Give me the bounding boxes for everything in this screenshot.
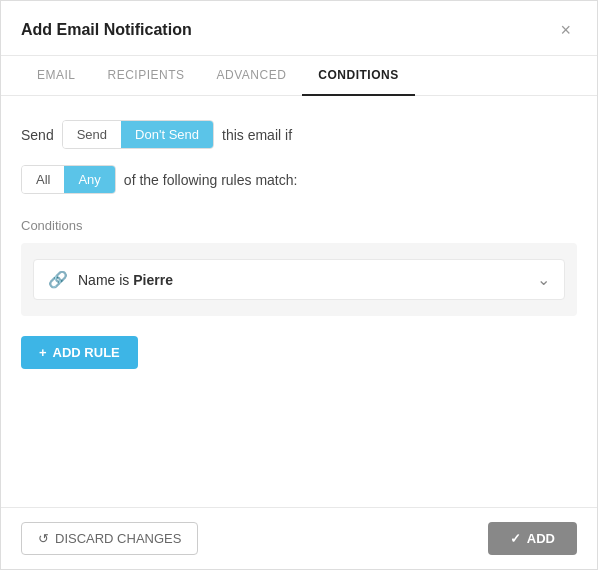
send-button[interactable]: Send (63, 121, 121, 148)
condition-link-icon: 🔗 (48, 270, 68, 289)
add-rule-button[interactable]: + ADD RULE (21, 336, 138, 369)
send-toggle-row: Send Send Don't Send this email if (21, 120, 577, 149)
tab-recipients[interactable]: RECIPIENTS (92, 56, 201, 96)
condition-left: 🔗 Name is Pierre (48, 270, 173, 289)
condition-field: Name (78, 272, 115, 288)
send-toggle-group: Send Don't Send (62, 120, 214, 149)
add-label: ADD (527, 531, 555, 546)
condition-value: Pierre (133, 272, 173, 288)
tab-email[interactable]: EMAIL (21, 56, 92, 96)
match-toggle-row: All Any of the following rules match: (21, 165, 577, 194)
modal-title: Add Email Notification (21, 21, 192, 39)
match-label: of the following rules match: (124, 172, 298, 188)
add-button[interactable]: ✓ ADD (488, 522, 577, 555)
all-any-toggle-group: All Any (21, 165, 116, 194)
conditions-area: 🔗 Name is Pierre ⌄ (21, 243, 577, 316)
all-button[interactable]: All (22, 166, 64, 193)
send-label: Send (21, 127, 54, 143)
add-rule-plus-icon: + (39, 345, 47, 360)
discard-changes-button[interactable]: ↺ DISCARD CHANGES (21, 522, 198, 555)
discard-icon: ↺ (38, 531, 49, 546)
dont-send-button[interactable]: Don't Send (121, 121, 213, 148)
modal-body: Send Send Don't Send this email if All A… (1, 96, 597, 507)
condition-text: Name is Pierre (78, 272, 173, 288)
any-button[interactable]: Any (64, 166, 114, 193)
tab-conditions[interactable]: CONDITIONS (302, 56, 414, 96)
check-icon: ✓ (510, 531, 521, 546)
add-rule-label: ADD RULE (53, 345, 120, 360)
tab-advanced[interactable]: ADVANCED (201, 56, 303, 96)
modal-header: Add Email Notification × (1, 1, 597, 56)
conditions-section-label: Conditions (21, 218, 577, 233)
condition-row[interactable]: 🔗 Name is Pierre ⌄ (33, 259, 565, 300)
modal-footer: ↺ DISCARD CHANGES ✓ ADD (1, 507, 597, 569)
discard-label: DISCARD CHANGES (55, 531, 181, 546)
close-button[interactable]: × (554, 19, 577, 41)
tab-bar: EMAIL RECIPIENTS ADVANCED CONDITIONS (1, 56, 597, 96)
condition-operator: is (119, 272, 133, 288)
email-if-label: this email if (222, 127, 292, 143)
chevron-down-icon[interactable]: ⌄ (537, 270, 550, 289)
